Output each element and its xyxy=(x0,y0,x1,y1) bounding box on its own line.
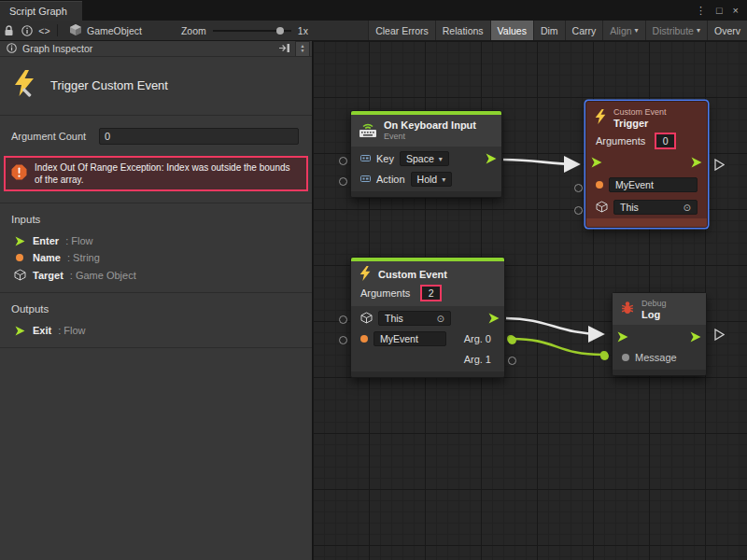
key-value: Space xyxy=(406,153,434,164)
node-header: Custom Event Trigger xyxy=(586,102,707,131)
log-play-icon[interactable] xyxy=(714,329,725,341)
arguments-count-field[interactable]: 0 xyxy=(656,134,674,147)
arg1-row: Arg. 1 xyxy=(351,349,504,370)
arg1-label: Arg. 1 xyxy=(464,354,495,365)
action-dropdown[interactable]: Hold ▾ xyxy=(411,172,453,187)
action-value: Hold xyxy=(417,174,438,185)
target-picker-icon[interactable]: ⊙ xyxy=(437,314,444,324)
flow-input-port[interactable] xyxy=(617,331,628,343)
window-maximize-icon[interactable]: □ xyxy=(716,5,723,16)
action-input-port[interactable] xyxy=(339,177,347,186)
gameobject-selector[interactable]: GameObject xyxy=(62,23,149,38)
code-icon[interactable]: <> xyxy=(35,21,53,40)
bug-icon xyxy=(620,301,635,317)
node-body: Key Space ▾ Action Hold xyxy=(351,147,501,191)
relations-button[interactable]: Relations xyxy=(435,21,490,40)
node-footer xyxy=(351,371,504,377)
trigger-play-icon[interactable] xyxy=(714,159,725,171)
arg1-output-port[interactable] xyxy=(508,357,516,365)
tab-script-graph[interactable]: Script Graph xyxy=(0,1,82,21)
warning-octagon-icon xyxy=(11,164,27,184)
lightning-edit-icon xyxy=(11,69,37,101)
target-field[interactable]: This ⊙ xyxy=(613,200,698,215)
align-button[interactable]: Align ▾ xyxy=(602,21,644,40)
values-button[interactable]: Values xyxy=(490,21,533,40)
arguments-error-highlight: 2 xyxy=(420,285,442,301)
lightning-icon xyxy=(594,109,607,126)
target-input-port[interactable] xyxy=(574,206,583,215)
argument-count-input[interactable] xyxy=(99,128,299,145)
node-title: Log xyxy=(641,309,667,320)
graph-inspector-panel: Graph Inspector ▲ ▼ Trigger Custom Event… xyxy=(0,41,313,560)
toolbar-separator xyxy=(57,24,58,36)
node-category: Debug xyxy=(641,298,667,309)
info-icon[interactable] xyxy=(18,21,35,40)
zoom-slider[interactable] xyxy=(213,26,291,35)
node-category: Custom Event xyxy=(613,106,667,118)
event-name-input-port[interactable] xyxy=(339,336,347,344)
target-value: This xyxy=(385,313,403,324)
distribute-button[interactable]: Distribute ▾ xyxy=(645,21,707,40)
port-name: Exit xyxy=(33,325,51,336)
key-field-icon xyxy=(360,153,371,165)
arg0-output-port[interactable] xyxy=(508,336,516,344)
spinner-down-icon[interactable]: ▼ xyxy=(301,49,305,53)
target-field[interactable]: This ⊙ xyxy=(378,311,451,326)
key-input-port[interactable] xyxy=(339,157,347,165)
overview-button[interactable]: Overv xyxy=(707,21,747,40)
tab-label: Script Graph xyxy=(9,6,67,17)
align-label: Align xyxy=(610,25,631,36)
dock-icon[interactable] xyxy=(278,43,290,55)
port-row-exit: Exit : Flow xyxy=(0,322,312,339)
scroll-spinner[interactable]: ▲ ▼ xyxy=(295,41,310,57)
node-title: Trigger xyxy=(613,118,667,129)
key-dropdown[interactable]: Space ▾ xyxy=(400,151,449,166)
clear-errors-button[interactable]: Clear Errors xyxy=(368,21,435,40)
value-wire-arg0-to-message[interactable] xyxy=(512,339,603,355)
event-name-field[interactable]: MyEvent xyxy=(609,177,698,192)
cube-icon xyxy=(596,201,608,215)
inspector-header: Graph Inspector ▲ ▼ xyxy=(0,41,312,57)
carry-button[interactable]: Carry xyxy=(565,21,603,40)
arguments-row: Arguments 0 xyxy=(586,131,707,151)
graph-canvas[interactable]: On Keyboard Input Event Key Space ▾ xyxy=(313,41,747,560)
node-title: On Keyboard Input xyxy=(384,119,476,131)
node-footer xyxy=(586,218,707,227)
event-name-field[interactable]: MyEvent xyxy=(374,331,446,346)
node-debug-log[interactable]: Debug Log Message xyxy=(612,292,707,376)
flow-wire-keyboard-to-trigger[interactable] xyxy=(503,160,577,164)
window-menu-icon[interactable]: ⋮ xyxy=(696,5,706,17)
node-trigger-custom-event[interactable]: Custom Event Trigger Arguments 0 xyxy=(585,101,708,228)
lock-icon[interactable] xyxy=(0,21,18,40)
chevron-down-icon: ▾ xyxy=(439,155,443,163)
flow-wire-customevent-to-log[interactable] xyxy=(506,318,601,334)
arg0-label: Arg. 0 xyxy=(464,333,495,344)
node-on-keyboard-input[interactable]: On Keyboard Input Event Key Space ▾ xyxy=(350,110,502,198)
message-dot-icon xyxy=(622,354,629,361)
distribute-label: Distribute xyxy=(653,25,694,36)
arguments-count-field[interactable]: 2 xyxy=(422,287,440,300)
node-custom-event[interactable]: Custom Event Arguments 2 This ⊙ xyxy=(350,257,505,378)
outputs-header: Outputs xyxy=(0,293,312,322)
message-input-port[interactable] xyxy=(600,352,609,360)
chevron-down-icon: ▾ xyxy=(635,26,639,35)
zoom-value: 1x xyxy=(298,25,308,36)
flow-arrow-icon xyxy=(13,326,26,336)
node-header: On Keyboard Input Event xyxy=(351,115,501,147)
flow-output-port[interactable] xyxy=(690,331,701,343)
arguments-label: Arguments xyxy=(596,135,645,147)
window-close-icon[interactable]: × xyxy=(733,5,739,16)
flow-input-port[interactable] xyxy=(591,157,602,168)
zoom-control: Zoom 1x xyxy=(181,25,308,36)
flow-row xyxy=(586,151,707,174)
target-picker-icon[interactable]: ⊙ xyxy=(684,203,691,213)
target-input-port[interactable] xyxy=(339,315,347,324)
zoom-slider-knob[interactable] xyxy=(276,27,284,35)
dim-button[interactable]: Dim xyxy=(533,21,565,40)
target-row: This ⊙ xyxy=(586,196,707,218)
flow-output-port[interactable] xyxy=(486,153,497,164)
flow-output-port[interactable] xyxy=(691,157,702,168)
node-footer xyxy=(351,191,501,197)
flow-output-port[interactable] xyxy=(488,313,500,324)
event-name-input-port[interactable] xyxy=(574,184,583,192)
